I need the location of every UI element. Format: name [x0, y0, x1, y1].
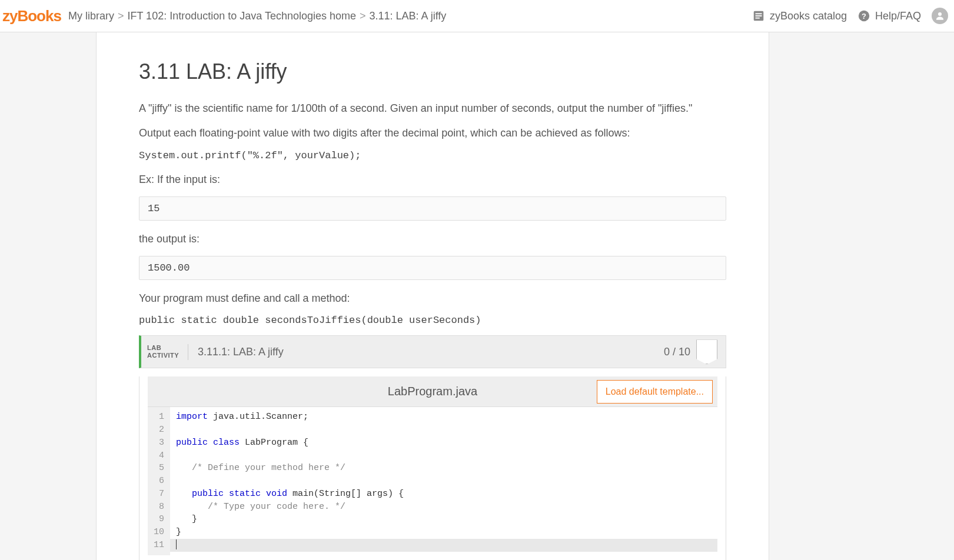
code-text: java.util.Scanner; [208, 412, 308, 422]
gutter-line: 5 [151, 462, 164, 475]
svg-text:?: ? [862, 12, 866, 21]
code-gutter: 1 2 3 4 5 6 7 8 9 10 11 [148, 407, 170, 555]
lab-tag-line2: ACTIVITY [147, 352, 181, 359]
svg-point-6 [938, 12, 942, 16]
kw-public: public [192, 489, 224, 499]
method-label: Your program must define and call a meth… [139, 291, 726, 307]
code-text: } [176, 527, 181, 537]
editor-filename: LabProgram.java [388, 385, 477, 398]
lab-activity-tag: LAB ACTIVITY [147, 344, 188, 359]
breadcrumb-course[interactable]: IFT 102: Introduction to Java Technologi… [127, 10, 356, 22]
intro-text: A "jiffy" is the scientific name for 1/1… [139, 101, 726, 117]
lab-activity-header: LAB ACTIVITY 3.11.1: LAB: A jiffy 0 / 10 [139, 335, 726, 368]
svg-rect-3 [755, 18, 759, 19]
help-icon: ? [857, 9, 870, 22]
example-input-box: 15 [139, 196, 726, 221]
help-label: Help/FAQ [875, 10, 921, 22]
printf-code: System.out.printf("%.2f", yourValue); [139, 150, 726, 161]
svg-rect-2 [755, 15, 762, 16]
page-main: 3.11 LAB: A jiffy A "jiffy" is the scien… [96, 32, 769, 560]
code-text: LabProgram { [240, 438, 308, 448]
gutter-line: 6 [151, 475, 164, 488]
code-editor[interactable]: 1 2 3 4 5 6 7 8 9 10 11 import java.util… [148, 407, 717, 555]
topbar-right: zyBooks catalog ? Help/FAQ [752, 8, 948, 24]
example-output-label: the output is: [139, 231, 726, 248]
catalog-link[interactable]: zyBooks catalog [752, 9, 847, 22]
gutter-line: 4 [151, 449, 164, 462]
text-caret [176, 539, 177, 549]
gutter-line: 3 [151, 436, 164, 449]
editor-frame: LabProgram.java Load default template...… [139, 376, 726, 560]
user-icon [935, 11, 945, 21]
load-template-button[interactable]: Load default template... [597, 380, 713, 404]
example-output-box: 1500.00 [139, 256, 726, 280]
example-input-label: Ex: If the input is: [139, 172, 726, 188]
lab-activity-title: 3.11.1: LAB: A jiffy [188, 346, 664, 358]
breadcrumb-sep-2: > [360, 10, 366, 22]
gutter-line: 2 [151, 424, 164, 436]
help-link[interactable]: ? Help/FAQ [857, 9, 921, 22]
lab-tag-line1: LAB [147, 344, 181, 352]
code-text: main(String[] args) { [287, 489, 404, 499]
site-logo[interactable]: zyBooks [0, 7, 68, 25]
catalog-label: zyBooks catalog [770, 10, 847, 22]
kw-import: import [176, 412, 208, 422]
gutter-line: 8 [151, 501, 164, 514]
catalog-icon [752, 9, 765, 22]
code-area[interactable]: import java.util.Scanner; public class L… [170, 407, 717, 555]
gutter-line: 1 [151, 411, 164, 424]
kw-public: public [176, 438, 208, 448]
page-title: 3.11 LAB: A jiffy [139, 59, 726, 84]
fp-instruction: Output each floating-point value with tw… [139, 125, 726, 142]
kw-void: void [266, 489, 287, 499]
method-signature: public static double secondsToJiffies(do… [139, 315, 726, 326]
breadcrumb: My library > IFT 102: Introduction to Ja… [68, 10, 752, 22]
code-text [176, 489, 192, 499]
kw-static: static [229, 489, 261, 499]
code-text: } [176, 514, 197, 524]
editor-header: LabProgram.java Load default template... [148, 376, 717, 407]
user-avatar[interactable] [932, 8, 948, 24]
code-text [261, 489, 266, 499]
breadcrumb-section[interactable]: 3.11: LAB: A jiffy [370, 10, 447, 22]
kw-class: class [213, 438, 240, 448]
gutter-line: 10 [151, 526, 164, 539]
svg-rect-1 [755, 13, 762, 14]
code-text [224, 489, 229, 499]
comment: /* Type your code here. */ [176, 502, 345, 512]
gutter-line: 7 [151, 488, 164, 501]
code-text [208, 438, 213, 448]
lab-score: 0 / 10 [664, 346, 696, 358]
lab-score-badge[interactable] [696, 339, 717, 364]
breadcrumb-my-library[interactable]: My library [68, 10, 114, 22]
comment: /* Define your method here */ [176, 463, 345, 473]
breadcrumb-sep-1: > [118, 10, 124, 22]
gutter-line: 9 [151, 513, 164, 526]
gutter-line: 11 [151, 539, 164, 552]
top-bar: zyBooks My library > IFT 102: Introducti… [0, 0, 954, 32]
